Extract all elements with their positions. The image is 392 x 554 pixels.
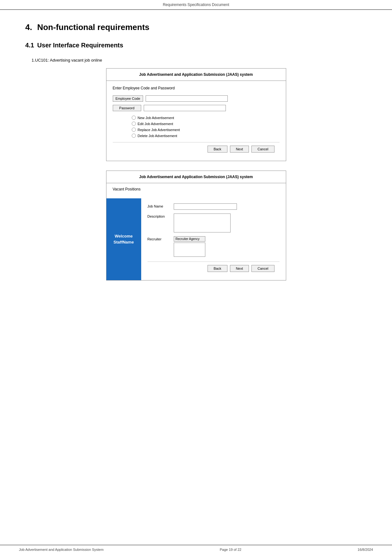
mockup2-section-label-area: Vacant Positions	[106, 183, 286, 198]
radio-label-new: New Job Advertisement	[138, 116, 174, 120]
recruiter-row: Recruiter Recruiter Agency	[148, 236, 280, 258]
mockup1-body: Enter Employee Code and Password Employe…	[106, 81, 286, 161]
password-row: Password	[113, 105, 280, 111]
radio-item-delete[interactable]: Delete Job Advertisement	[132, 134, 280, 138]
mockup1-section-label: Enter Employee Code and Password	[113, 86, 280, 90]
mockup2-box: Job Advertisement and Application Submis…	[106, 171, 286, 280]
mockup1-button-bar: Back Next Cancel	[113, 142, 280, 156]
mockup2-button-bar: Back Next Cancel	[148, 262, 280, 275]
footer-right: 16/8/2024	[358, 548, 373, 551]
password-input[interactable]	[144, 105, 226, 111]
description-label: Description	[148, 214, 171, 218]
radio-item-replace[interactable]: Replace Job Advertisement	[132, 128, 280, 132]
section4-title: Non-functional requirements	[37, 22, 149, 32]
sidebar-welcome: Welcome	[115, 233, 133, 239]
radio-circle-delete	[132, 134, 136, 138]
job-name-input[interactable]	[174, 203, 237, 210]
sidebar-staffname: StaffName	[113, 239, 134, 245]
recruiter-label: Recruiter	[148, 236, 171, 241]
mockup1-back-button[interactable]: Back	[208, 146, 227, 153]
recruiter-textarea[interactable]	[174, 243, 205, 257]
mockup2-section-label: Vacant Positions	[113, 187, 280, 191]
mockup2-next-button[interactable]: Next	[230, 265, 249, 272]
section41-heading: 4.1User Interface Requirements	[25, 42, 367, 49]
job-name-label: Job Name	[148, 203, 171, 208]
section41-title: User Interface Requirements	[37, 42, 123, 49]
mockup1-box: Job Advertisement and Application Submis…	[106, 68, 286, 161]
employee-code-input[interactable]	[146, 95, 228, 102]
recruiter-field-group: Recruiter Agency	[174, 236, 205, 258]
header-title: Requirements Specifications Document	[163, 3, 229, 7]
mockup2-body: Welcome StaffName Job Name Description R…	[106, 198, 286, 280]
recruiter-agency-label: Recruiter Agency	[174, 236, 205, 242]
footer-center: Page 19 of 22	[220, 548, 242, 551]
mockup1-title: Job Advertisement and Application Submis…	[106, 69, 286, 81]
mockup2-form-area: Job Name Description Recruiter Recruiter…	[141, 198, 286, 280]
document-footer: Job Advertisement and Application Submis…	[0, 545, 392, 554]
mockup1-next-button[interactable]: Next	[230, 146, 249, 153]
radio-label-edit: Edit Job Advertisement	[138, 122, 173, 126]
radio-item-edit[interactable]: Edit Job Advertisement	[132, 122, 280, 126]
sidebar-blue: Welcome StaffName	[106, 198, 141, 280]
mockup2-cancel-button[interactable]: Cancel	[251, 265, 274, 272]
section4-heading: 4.Non-functional requirements	[25, 22, 367, 32]
employee-code-row: Employee Code	[113, 95, 280, 102]
radio-label-delete: Delete Job Advertisement	[138, 134, 177, 138]
document-header: Requirements Specifications Document	[0, 0, 392, 10]
radio-circle-edit	[132, 122, 136, 126]
footer-left: Job Advertisement and Application Submis…	[19, 548, 104, 551]
mockup1-cancel-button[interactable]: Cancel	[251, 146, 274, 153]
description-row: Description	[148, 214, 280, 232]
section4-number: 4.	[25, 22, 32, 32]
employee-code-label: Employee Code	[113, 95, 143, 102]
password-label: Password	[113, 105, 141, 111]
mockup2-title: Job Advertisement and Application Submis…	[106, 171, 286, 183]
description-textarea[interactable]	[174, 214, 231, 232]
radio-label-replace: Replace Job Advertisement	[138, 128, 180, 132]
main-content: 4.Non-functional requirements 4.1User In…	[0, 10, 392, 309]
job-name-row: Job Name	[148, 203, 280, 210]
uc-label: 1.UC101: Advertising vacant job online	[32, 58, 367, 63]
section41-number: 4.1	[25, 42, 34, 49]
radio-circle-new	[132, 116, 136, 120]
radio-item-new[interactable]: New Job Advertisement	[132, 116, 280, 120]
radio-group: New Job Advertisement Edit Job Advertise…	[132, 116, 280, 138]
radio-circle-replace	[132, 128, 136, 132]
mockup2-back-button[interactable]: Back	[208, 265, 227, 272]
